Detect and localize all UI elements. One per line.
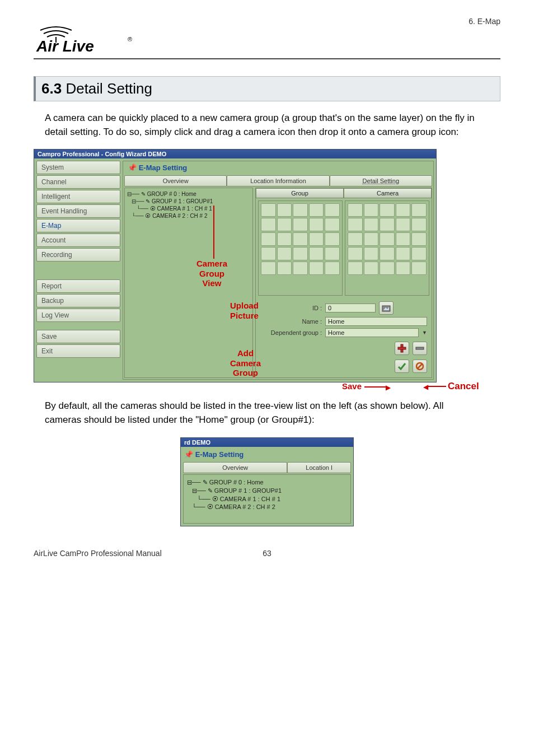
camera-icon-cell[interactable] [380,262,395,275]
group-icon-cell[interactable] [277,247,292,260]
id-label: ID : [260,305,322,311]
camera-icon-cell[interactable] [411,247,427,260]
tab-overview[interactable]: Overview [124,175,227,186]
camera-icon-cell[interactable] [396,232,411,246]
tree-node[interactable]: ⊟── ✎ GROUP # 1 : GROUP#1 [127,198,250,205]
add-camera-group-button[interactable] [395,342,409,355]
palette-header-camera: Camera [344,188,432,198]
group-icon-cell[interactable] [277,232,292,246]
camera-icon-cell[interactable] [396,262,411,275]
camera-icon-cell[interactable] [364,232,379,246]
camera-icon-cell[interactable] [380,247,395,260]
group-icon-cell[interactable] [277,262,292,275]
group-icon-cell[interactable] [325,247,340,260]
remove-camera-group-button[interactable] [413,342,427,355]
group-icon-cell[interactable] [261,262,276,275]
section-number: 6.3 [41,80,62,97]
sidebar-item-backup[interactable]: Backup [36,294,120,307]
sidebar-item-log-view[interactable]: Log View [36,309,120,322]
tab-overview-2[interactable]: Overview [183,462,287,473]
sidebar-item-e-map[interactable]: E-Map [36,219,120,232]
camera-icon-cell[interactable] [364,247,379,260]
camera-icon-cell[interactable] [411,232,427,246]
sidebar-item-intelligent[interactable]: Intelligent [36,190,120,203]
paragraph-1: A camera can be quickly placed to a new … [45,111,481,139]
group-icon-cell[interactable] [309,218,324,231]
group-icon-cell[interactable] [261,247,276,260]
camera-icon-cell[interactable] [348,218,363,231]
camera-icon-cell[interactable] [364,203,379,217]
palette-camera-icons[interactable] [345,200,429,296]
tree-node[interactable]: ⊟── ✎ GROUP # 0 : Home [127,190,250,198]
group-icon-cell[interactable] [325,232,340,246]
camera-icon-cell[interactable] [348,203,363,217]
group-icon-cell[interactable] [293,262,308,275]
group-icon-cell[interactable] [325,218,340,231]
pin-icon: 📌 [128,164,137,172]
tab-location-2[interactable]: Location I [287,462,351,473]
camera-icon-cell[interactable] [396,203,411,217]
cancel-button[interactable] [413,360,427,373]
chevron-down-icon[interactable]: ▼ [422,330,427,335]
name-field[interactable]: Home [325,317,427,326]
camera-icon-cell[interactable] [380,232,395,246]
sidebar-item-exit[interactable]: Exit [36,344,120,358]
group-icon-cell[interactable] [325,203,340,217]
save-button[interactable] [395,360,409,373]
panel-title-text: E-Map Setting [139,164,188,172]
group-icon-cell[interactable] [277,218,292,231]
tree-node[interactable]: └── ⦿ CAMERA # 2 : CH # 2 [187,503,347,511]
group-icon-cell[interactable] [261,232,276,246]
group-icon-cell[interactable] [293,247,308,260]
sidebar-item-report[interactable]: Report [36,279,120,293]
sidebar-item-system[interactable]: System [36,161,120,174]
palette-header-group: Group [256,188,344,198]
tree-view[interactable]: ⊟── ✎ GROUP # 0 : Home ⊟── ✎ GROUP # 1 :… [124,188,253,378]
camera-icon-cell[interactable] [348,232,363,246]
group-icon-cell[interactable] [309,247,324,260]
sidebar-item-recording[interactable]: Recording [36,248,120,262]
tab-detail-setting[interactable]: Detail Setting [330,175,432,186]
dependent-group-select[interactable]: Home [325,328,419,337]
camera-icon-cell[interactable] [396,247,411,260]
camera-icon-cell[interactable] [380,218,395,231]
id-field[interactable]: 0 [325,304,376,312]
group-icon-cell[interactable] [293,203,308,217]
tree-node[interactable]: └── ⦿ CAMERA # 1 : CH # 1 [187,495,347,503]
camera-icon-cell[interactable] [364,262,379,275]
camera-icon-cell[interactable] [348,262,363,275]
group-icon-cell[interactable] [261,218,276,231]
sidebar-item-save[interactable]: Save [36,330,120,343]
tree-node[interactable]: ⊟── ✎ GROUP # 0 : Home [187,478,347,487]
tree-view-2[interactable]: ⊟── ✎ GROUP # 0 : Home ⊟── ✎ GROUP # 1 :… [183,474,351,524]
sidebar-item-account[interactable]: Account [36,234,120,247]
camera-icon-cell[interactable] [411,262,427,275]
section-title: Detail Setting [65,80,152,97]
paragraph-2: By default, all the cameras should be li… [45,399,481,427]
sidebar-item-event-handling[interactable]: Event Handling [36,204,120,218]
sidebar-item-channel[interactable]: Channel [36,175,120,189]
group-icon-cell[interactable] [277,203,292,217]
group-icon-cell[interactable] [309,232,324,246]
camera-icon-cell[interactable] [411,203,427,217]
group-icon-cell[interactable] [261,203,276,217]
group-icon-cell[interactable] [325,262,340,275]
group-icon-cell[interactable] [309,203,324,217]
tree-node[interactable]: └── ⦿ CAMERA # 1 : CH # 1 [127,205,250,212]
group-icon-cell[interactable] [293,232,308,246]
svg-rect-6 [398,347,406,349]
svg-line-9 [418,364,422,368]
camera-icon-cell[interactable] [396,218,411,231]
tree-node[interactable]: ⊟── ✎ GROUP # 1 : GROUP#1 [187,487,347,495]
tab-location-information[interactable]: Location Information [227,175,329,186]
upload-picture-button[interactable] [379,301,394,315]
camera-icon-cell[interactable] [380,203,395,217]
camera-icon-cell[interactable] [348,247,363,260]
camera-icon-cell[interactable] [411,218,427,231]
group-icon-cell[interactable] [309,262,324,275]
footer-page-number: 63 [250,549,284,558]
group-icon-cell[interactable] [293,218,308,231]
camera-icon-cell[interactable] [364,218,379,231]
palette-group-icons[interactable] [258,200,343,296]
tree-node[interactable]: └── ⦿ CAMERA # 2 : CH # 2 [127,212,250,220]
